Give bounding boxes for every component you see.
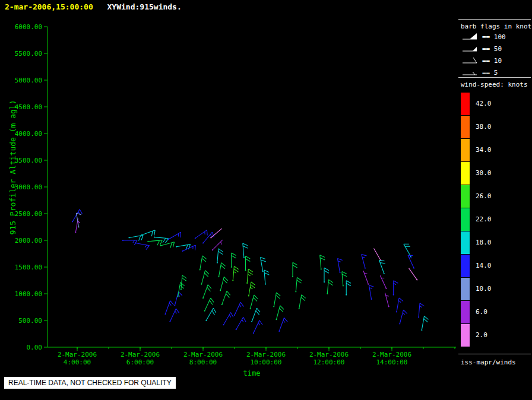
svg-text:2000.00: 2000.00 [15, 237, 42, 245]
speed-color-swatch [461, 278, 470, 300]
svg-text:5500.00: 5500.00 [15, 50, 42, 58]
wind-barb [397, 298, 403, 312]
svg-text:5000.00: 5000.00 [15, 77, 42, 84]
x-tick-labels: 2-Mar-20064:00:002-Mar-20066:00:002-Mar-… [58, 351, 411, 366]
y-axis-label: 915 Profiler Altitude (m agl) [8, 43, 17, 292]
wind-barb [279, 318, 287, 331]
speed-scale-label: 2.0 [476, 331, 487, 339]
barb-flag-icon [461, 56, 479, 65]
speed-scale-label: 38.0 [476, 123, 492, 131]
y-tick-labels: 0.00500.001000.001500.002000.002500.0030… [15, 23, 42, 351]
wind-barb [206, 308, 216, 320]
speed-scale-label: 30.0 [476, 169, 492, 177]
speed-scale-label: 26.0 [476, 192, 492, 200]
wind-barb [264, 270, 270, 284]
wind-barb [327, 280, 333, 294]
wind-barb [299, 295, 306, 309]
svg-text:2-Mar-2006: 2-Mar-2006 [246, 351, 286, 358]
speed-scale-entry: 6.0 [461, 300, 492, 323]
svg-text:14:00:00: 14:00:00 [376, 358, 408, 366]
speed-scale-entry: 18.0 [461, 231, 492, 254]
svg-text:2-Mar-2006: 2-Mar-2006 [58, 351, 97, 358]
wind-barb [169, 232, 181, 239]
wind-barb [203, 285, 211, 299]
svg-text:0.00: 0.00 [27, 344, 43, 351]
svg-text:2-Mar-2006: 2-Mar-2006 [183, 351, 223, 358]
speed-color-swatch [461, 301, 470, 323]
wind-barb [161, 242, 175, 248]
wind-barb [219, 263, 226, 277]
barb-flag-legend-item: == 50 [461, 43, 506, 55]
wind-barb [404, 244, 411, 256]
barb-flags-legend: == 100== 50== 10== 5 [461, 31, 506, 78]
barb-flag-legend-item: == 5 [461, 66, 506, 78]
wind-barb [254, 320, 262, 334]
speed-color-swatch [461, 208, 470, 231]
barb-flags-legend-title: barb flags in knots [461, 23, 532, 30]
wind-barb [183, 245, 196, 251]
speed-scale-entry: 42.0 [461, 92, 492, 115]
wind-barb [233, 266, 239, 281]
speed-color-swatch [461, 255, 470, 277]
wind-barb [409, 268, 417, 280]
wind-barb [362, 255, 367, 268]
speed-color-swatch [461, 185, 470, 208]
credit-label: iss-mapr/winds [461, 358, 516, 366]
speed-scale-entry: 26.0 [461, 185, 492, 208]
wind-barb [213, 240, 223, 250]
wind-barb [176, 245, 191, 250]
speed-scale-label: 6.0 [476, 308, 487, 316]
speed-color-swatch [461, 162, 470, 185]
barb-flag-icon [461, 32, 479, 42]
wind-barb [320, 255, 325, 269]
wind-barb-plot-canvas[interactable]: 0.00500.001000.001500.002000.002500.0030… [0, 0, 457, 400]
speed-scale-entry: 22.0 [461, 208, 492, 231]
barb-flag-icon [461, 44, 479, 53]
wind-barb [148, 240, 162, 246]
axes [44, 27, 456, 351]
wind-barb [217, 249, 223, 263]
wind-barb [165, 301, 173, 315]
speed-scale-entry: 30.0 [461, 161, 492, 185]
svg-text:12:00:00: 12:00:00 [314, 358, 345, 366]
separator-line [458, 354, 531, 354]
wind-barb [181, 275, 187, 290]
svg-text:1000.00: 1000.00 [15, 290, 42, 298]
speed-scale-label: 22.0 [476, 215, 492, 223]
wind-barb [249, 282, 255, 296]
wind-barb [170, 309, 179, 322]
svg-text:3500.00: 3500.00 [15, 157, 42, 164]
wind-barb [222, 291, 230, 304]
wind-barb [236, 318, 246, 330]
svg-text:2-Mar-2006: 2-Mar-2006 [372, 351, 411, 358]
wind-barb [380, 275, 386, 288]
speed-scale-label: 42.0 [476, 100, 492, 107]
speed-color-swatch [461, 139, 470, 161]
wind-barb [246, 256, 251, 270]
xywind-window: 2-mar-2006,15:00:00 XYWind:915winds. 0.0… [0, 0, 532, 400]
wind-barb [135, 243, 150, 250]
wind-barb [422, 316, 428, 331]
wind-barb [261, 258, 266, 272]
wind-barb [252, 308, 260, 322]
x-axis-label: time [222, 369, 281, 377]
speed-color-swatch [461, 231, 470, 254]
quality-banner: REAL-TIME DATA, NOT CHECKED FOR QUALITY [4, 377, 176, 389]
wind-barb [201, 271, 209, 284]
svg-text:4500.00: 4500.00 [15, 103, 42, 111]
svg-text:6000.00: 6000.00 [15, 23, 42, 31]
svg-text:1500.00: 1500.00 [15, 264, 42, 271]
speed-scale-entry: 2.0 [461, 323, 492, 347]
wind-barb [394, 281, 398, 295]
wind-barb [385, 293, 389, 306]
wind-barb [374, 248, 381, 261]
wind-barb [220, 277, 228, 290]
separator-line [458, 77, 531, 78]
svg-text:2500.00: 2500.00 [15, 210, 42, 218]
barb-flag-label: == 10 [482, 57, 502, 65]
speed-scale-label: 10.0 [476, 285, 492, 293]
wind-speed-color-scale: 42.038.034.030.026.022.018.014.010.06.02… [461, 92, 492, 347]
wind-barb [337, 258, 342, 272]
svg-text:3000.00: 3000.00 [15, 183, 42, 191]
svg-text:10:00:00: 10:00:00 [251, 358, 282, 366]
